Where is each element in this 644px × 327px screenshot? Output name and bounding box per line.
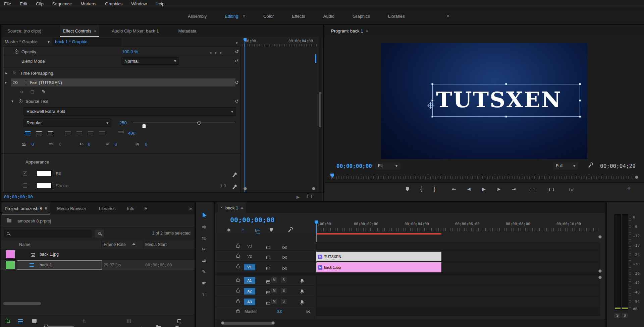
sort-ascending-icon[interactable] (132, 243, 136, 245)
label-swatch-pink[interactable] (6, 250, 15, 258)
ec-vertical-scrollbar-handle[interactable] (319, 92, 321, 127)
stroke-width-value[interactable]: 1.0 (220, 183, 226, 188)
menu-edit[interactable]: Edit (20, 1, 27, 6)
track-lane-a3[interactable] (316, 297, 600, 308)
tab-metadata[interactable]: Metadata (175, 25, 199, 37)
nest-sequences-icon[interactable] (227, 228, 231, 232)
workspace-tab-color[interactable]: Color (263, 14, 274, 19)
step-back-icon[interactable] (467, 187, 471, 191)
go-to-out-icon[interactable] (512, 187, 516, 192)
solo-track-button[interactable]: S (281, 288, 286, 293)
timeline-vscroll-handle-mid[interactable] (598, 269, 602, 273)
workspace-tab-libraries[interactable]: Libraries (388, 14, 405, 19)
toggle-track-output-icon[interactable] (282, 256, 287, 259)
lock-track-icon[interactable] (236, 266, 239, 268)
lock-track-icon[interactable] (236, 310, 239, 313)
icon-view-icon[interactable] (32, 319, 37, 323)
workspace-tab-assembly[interactable]: Assembly (188, 14, 207, 19)
toggle-track-output-icon[interactable] (282, 246, 287, 249)
voiceover-record-icon[interactable] (301, 300, 303, 303)
tab-media-browser[interactable]: Media Browser (54, 202, 89, 214)
track-lane-a1[interactable] (316, 275, 600, 286)
snap-icon[interactable] (241, 227, 245, 232)
selection-handle-bc[interactable] (505, 116, 507, 118)
tab-libraries[interactable]: Libraries (96, 202, 118, 214)
ec-fit-view-icon[interactable] (307, 195, 312, 198)
menu-clip[interactable]: Clip (36, 1, 43, 6)
align-center-icon[interactable] (36, 131, 42, 135)
menu-markers[interactable]: Markers (80, 1, 96, 6)
ec-play-icon[interactable] (296, 195, 300, 199)
timeline-vscroll-handle-top[interactable] (598, 235, 602, 239)
add-keyframe-icon[interactable] (215, 50, 217, 54)
mark-in-icon[interactable]: { (420, 186, 422, 192)
ec-mini-timeline[interactable] (240, 47, 317, 192)
pen-tool[interactable] (202, 269, 206, 274)
stroke-checkbox[interactable] (23, 183, 27, 188)
ellipse-tool-icon[interactable] (20, 89, 23, 94)
type-tool[interactable] (202, 292, 205, 297)
project-writable-icon[interactable] (7, 320, 10, 323)
anchor-point-icon[interactable] (428, 103, 433, 108)
menu-graphics[interactable]: Graphics (105, 1, 122, 6)
track-lane-a2[interactable] (316, 286, 600, 297)
column-name[interactable]: Name (19, 242, 30, 247)
search-bins-button[interactable] (95, 230, 104, 238)
automate-to-sequence-icon[interactable] (127, 319, 132, 323)
row-name[interactable]: back 1 (40, 263, 52, 267)
track-header-a2[interactable]: A2 M S (215, 286, 316, 297)
timeline-ruler[interactable]: ;00;00 00;00;02;00 00;00;04;00 00;00;06;… (316, 220, 600, 233)
workspace-tab-editing[interactable]: Editing (225, 14, 238, 19)
fill-color-swatch[interactable] (37, 171, 52, 176)
source-text-stopwatch-icon[interactable] (19, 100, 22, 103)
source-patch-icon[interactable] (266, 256, 270, 259)
ec-zoom-handle-left[interactable] (244, 187, 247, 190)
program-scrub-bar[interactable] (329, 173, 639, 180)
solo-track-button[interactable]: S (281, 277, 286, 282)
track-header-master[interactable]: Master 0.0 (215, 308, 316, 316)
mute-track-button[interactable]: M (271, 277, 277, 282)
track-label-v3[interactable]: V3 (244, 243, 255, 250)
clip-tutsxen[interactable]: fx TUTSXEN (316, 252, 441, 261)
reset-opacity-icon[interactable] (235, 49, 239, 54)
font-size-value[interactable]: 250 (119, 120, 127, 125)
timeline-add-marker-icon[interactable] (270, 228, 273, 232)
track-label-v1[interactable]: V1 (244, 264, 255, 270)
time-remapping-expand-icon[interactable] (5, 71, 7, 75)
baseline-shift-value[interactable]: 0 (115, 142, 117, 147)
preview-text[interactable]: TUTSXEN (436, 87, 562, 112)
master-track-label[interactable]: Master * Graphic (5, 39, 38, 44)
delete-icon[interactable] (177, 319, 181, 323)
timeline-settings-wrench-icon[interactable] (288, 229, 291, 232)
label-swatch-green[interactable] (6, 261, 15, 269)
kerning-value[interactable]: 0 (59, 142, 61, 147)
timeline-timecode[interactable]: 00;00;00;00 (230, 216, 274, 224)
track-lane-master[interactable] (316, 308, 600, 316)
linked-selection-icon[interactable] (255, 229, 258, 232)
selection-tool[interactable] (203, 212, 207, 218)
table-row-selected[interactable]: back 1 29.97 fps 00;00;00;00 (1, 260, 195, 270)
play-button-icon[interactable] (482, 187, 486, 191)
selection-handle-bl[interactable] (431, 116, 433, 118)
tab-project[interactable]: Project: amozesh 8 (2, 202, 50, 214)
clip-track-label[interactable]: back 1 * Graphic (55, 39, 87, 44)
track-header-a3[interactable]: A3 M S (215, 297, 316, 307)
playback-resolution-dropdown[interactable]: Full (553, 162, 578, 170)
selection-handle-mr[interactable] (579, 100, 581, 102)
meter-solo-right-button[interactable]: S (622, 313, 628, 318)
clip-back1jpg[interactable]: fx back 1.jpg (316, 262, 441, 272)
add-marker-icon[interactable] (406, 187, 409, 191)
fit-timeline-icon[interactable] (306, 310, 310, 314)
source-patch-icon[interactable] (266, 291, 270, 294)
ec-mini-scroll-indicator[interactable] (315, 54, 316, 63)
master-track-chevron-icon[interactable] (48, 40, 50, 44)
tab-sequence-back1[interactable]: back 1 (218, 202, 246, 213)
row-name[interactable]: back 1.jpg (40, 252, 59, 257)
razor-tool[interactable] (202, 247, 206, 252)
fill-checkbox[interactable]: ✓ (23, 171, 27, 176)
project-tab-overflow-icon[interactable] (189, 206, 192, 211)
workspace-tab-audio[interactable]: Audio (323, 14, 334, 19)
timeline-zoom-handle-left[interactable] (221, 321, 224, 325)
track-label-a3[interactable]: A3 (244, 299, 255, 305)
go-to-in-icon[interactable] (452, 187, 456, 192)
